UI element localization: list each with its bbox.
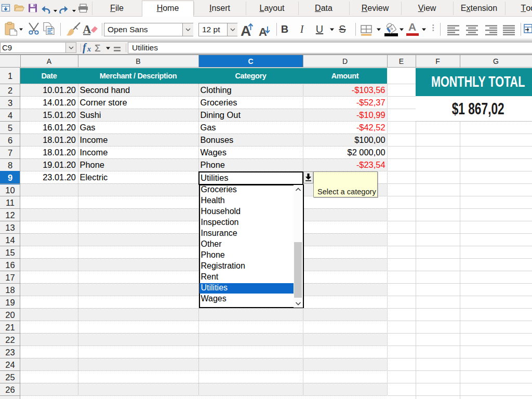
svg-text:x: x (87, 45, 91, 53)
svg-text:f: f (83, 43, 87, 54)
svg-text:A: A (83, 23, 91, 36)
svg-text:Σ: Σ (95, 43, 101, 54)
